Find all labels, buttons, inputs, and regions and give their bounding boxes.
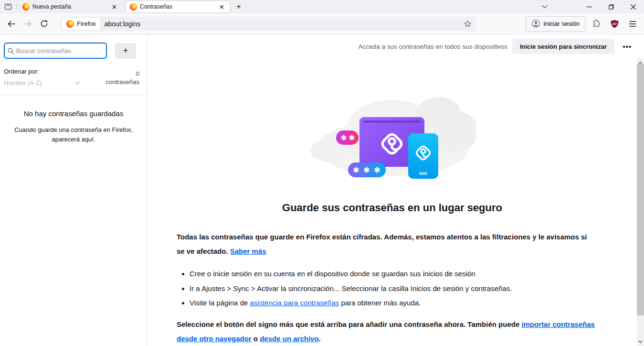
restore-icon (609, 4, 614, 10)
account-icon (532, 20, 540, 28)
firefox-view-button[interactable] (0, 0, 16, 13)
sync-hint-text: Acceda a sus contraseñas en todos sus di… (359, 43, 507, 50)
firefox-logo-icon (66, 20, 74, 28)
forward-button[interactable] (20, 16, 35, 32)
sort-dropdown[interactable]: Nombre (A-Z) (4, 79, 80, 86)
tab-bar: Nueva pestaña Contraseñas + (0, 0, 644, 13)
identity-label: Firefox (77, 20, 96, 27)
login-count: 0 contraseñas (106, 70, 139, 86)
extensions-button[interactable] (589, 16, 604, 32)
learn-more-link[interactable]: Saber más (230, 247, 266, 255)
star-icon (464, 20, 471, 27)
kebab-menu-button[interactable]: ••• (619, 39, 635, 54)
intro-paragraph: Todas las contraseñas que guarde en Fire… (177, 230, 597, 259)
vertical-scrollbar[interactable] (637, 58, 644, 346)
sync-steps-list: Cree o inicie sesión en su cuenta en el … (190, 267, 597, 311)
url-bar[interactable]: Firefox about:logins (60, 17, 476, 31)
url-text: about:logins (105, 20, 461, 28)
page-title: Guarde sus contraseñas en un lugar segur… (148, 202, 637, 214)
create-login-button[interactable]: + (115, 43, 136, 59)
app-menu-button[interactable] (625, 16, 640, 32)
login-search-box[interactable] (4, 43, 107, 59)
import-from-file-link[interactable]: desde un archivo (260, 335, 318, 343)
firefox-logo-icon (130, 3, 137, 11)
empty-title: No hay contraseñas guardadas (10, 109, 137, 118)
firefox-logo-icon (22, 3, 30, 11)
list-all-tabs-button[interactable] (538, 0, 552, 13)
search-input[interactable] (16, 47, 103, 54)
hamburger-icon (629, 21, 636, 27)
close-button[interactable] (622, 0, 644, 13)
new-tab-button[interactable]: + (232, 1, 245, 12)
identity-chip[interactable]: Firefox (62, 18, 100, 30)
sort-value: Nombre (A-Z) (4, 79, 42, 86)
svg-text:uO: uO (612, 22, 616, 25)
bookmark-star-button[interactable] (461, 17, 474, 31)
firefox-view-icon (4, 3, 12, 11)
list-item: Cree o inicie sesión en su cuenta en el … (190, 267, 597, 281)
login-intro-pane: Acceda a sus contraseñas en todos sus di… (148, 34, 644, 346)
ublock-shield-icon: uO (611, 20, 619, 28)
forward-icon (24, 21, 32, 27)
navigation-toolbar: Firefox about:logins Iniciar sesión uO (0, 13, 644, 34)
signin-label: Iniciar sesión (543, 20, 580, 27)
minimize-icon (587, 4, 592, 10)
restore-button[interactable] (600, 0, 622, 13)
reload-icon (41, 20, 48, 27)
passwords-illustration (148, 84, 637, 189)
tab-separator (16, 3, 17, 10)
intro-scroll-area: Guarde sus contraseñas en un lugar segur… (148, 58, 644, 346)
logins-sidebar: + Ordenar por: Nombre (A-Z) 0 contraseña… (0, 34, 148, 346)
ublock-origin-button[interactable]: uO (607, 16, 622, 32)
firefox-signin-button[interactable]: Iniciar sesión (526, 16, 586, 32)
reload-button[interactable] (36, 16, 52, 32)
empty-description: Cuando guarde una contraseña en Firefox,… (10, 125, 137, 144)
tabbar-spacer (245, 0, 538, 13)
import-paragraph: Seleccione el botón del signo más que es… (177, 317, 597, 346)
scrollbar-thumb[interactable] (637, 64, 644, 315)
tab-title: Nueva pestaña (32, 3, 107, 10)
minimize-button[interactable] (578, 0, 600, 13)
tab-contrasenas[interactable]: Contraseñas (126, 1, 230, 12)
sort-label: Ordenar por: (4, 68, 80, 75)
chevron-down-icon (75, 81, 80, 85)
tab-nueva-pestana[interactable]: Nueva pestaña (19, 1, 122, 12)
sync-header: Acceda a sus contraseñas en todos sus di… (148, 34, 644, 58)
chevron-down-icon (542, 5, 548, 9)
back-button[interactable] (4, 16, 19, 32)
tab-close-icon[interactable] (217, 2, 226, 11)
search-icon (8, 48, 14, 54)
sort-row: Ordenar por: Nombre (A-Z) 0 contraseñas (0, 59, 147, 86)
back-icon (8, 21, 15, 27)
tab-title: Contraseñas (140, 3, 214, 10)
login-count-number: 0 (106, 70, 139, 78)
about-logins-page: + Ordenar por: Nombre (A-Z) 0 contraseña… (0, 34, 644, 346)
tab-close-icon[interactable] (110, 2, 118, 11)
puzzle-icon (592, 20, 601, 28)
login-count-label: contraseñas (106, 78, 139, 86)
password-help-link[interactable]: asistencia para contraseñas (250, 299, 339, 307)
empty-login-list: No hay contraseñas guardadas Cuando guar… (0, 95, 147, 144)
scroll-down-arrow[interactable] (637, 338, 644, 345)
list-item: Visite la página de asistencia para cont… (190, 296, 597, 311)
close-icon (631, 4, 636, 10)
sync-signin-button[interactable]: Inicie sesión para sincronizar (512, 39, 614, 54)
list-item: Ir a Ajustes > Sync > Activar la sincron… (190, 281, 597, 296)
